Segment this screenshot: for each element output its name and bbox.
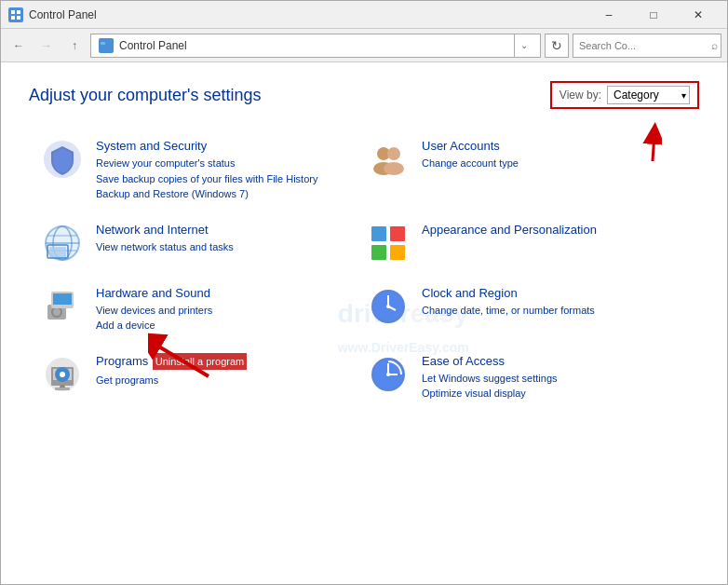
search-box[interactable]: ⌕ bbox=[573, 34, 721, 58]
network-internet-link-1[interactable]: View network status and tasks bbox=[96, 239, 344, 255]
close-button[interactable]: ✕ bbox=[677, 1, 720, 29]
svg-rect-23 bbox=[371, 245, 386, 260]
programs-content: Programs Uninstall a program Get program… bbox=[96, 352, 344, 388]
page-title: Adjust your computer's settings bbox=[29, 86, 262, 105]
category-user-accounts: User Accounts Change account type bbox=[355, 128, 681, 211]
ease-of-access-link-2[interactable]: Optimize visual display bbox=[422, 386, 669, 401]
search-button[interactable]: ⌕ bbox=[711, 39, 718, 52]
svg-point-46 bbox=[386, 373, 390, 376]
system-security-link-3[interactable]: Backup and Restore (Windows 7) bbox=[96, 186, 344, 202]
forward-button[interactable]: → bbox=[34, 34, 59, 58]
programs-icon bbox=[40, 352, 85, 397]
svg-rect-24 bbox=[390, 245, 405, 260]
view-by-dropdown[interactable]: Category Large icons Small icons bbox=[607, 86, 690, 104]
svg-rect-3 bbox=[17, 16, 20, 20]
control-panel-window: Control Panel – □ ✕ ← → ↑ Control Panel … bbox=[0, 0, 728, 585]
svg-rect-29 bbox=[53, 293, 72, 305]
address-text: Control Panel bbox=[119, 39, 508, 52]
svg-rect-39 bbox=[55, 388, 70, 390]
network-internet-content: Network and Internet View network status… bbox=[96, 221, 344, 255]
system-security-content: System and Security Review your computer… bbox=[96, 137, 344, 202]
user-accounts-content: User Accounts Change account type bbox=[422, 137, 669, 171]
clock-region-content: Clock and Region Change date, time, or n… bbox=[422, 284, 669, 319]
svg-point-34 bbox=[386, 305, 390, 308]
category-programs: Programs Uninstall a program Get program… bbox=[29, 343, 355, 411]
svg-point-11 bbox=[387, 147, 400, 160]
clock-region-icon bbox=[366, 284, 411, 329]
appearance-title[interactable]: Appearance and Personalization bbox=[422, 223, 597, 237]
view-by-container: View by: Category Large icons Small icon… bbox=[550, 81, 699, 109]
svg-rect-2 bbox=[11, 16, 15, 20]
svg-rect-22 bbox=[390, 226, 405, 241]
svg-rect-21 bbox=[371, 226, 386, 241]
ease-of-access-link-1[interactable]: Let Windows suggest settings bbox=[422, 371, 669, 387]
window-controls: – □ ✕ bbox=[587, 1, 720, 29]
clock-region-title[interactable]: Clock and Region bbox=[422, 286, 518, 300]
system-security-link-2[interactable]: Save backup copies of your files with Fi… bbox=[96, 171, 344, 187]
ease-of-access-icon bbox=[366, 352, 411, 397]
up-button[interactable]: ↑ bbox=[62, 34, 87, 58]
system-security-link-1[interactable]: Review your computer's status bbox=[96, 156, 344, 171]
category-grid: System and Security Review your computer… bbox=[29, 128, 681, 411]
programs-title[interactable]: Programs bbox=[96, 354, 148, 368]
ease-of-access-content: Ease of Access Let Windows suggest setti… bbox=[422, 352, 669, 401]
hardware-sound-icon bbox=[40, 284, 85, 329]
category-ease-of-access: Ease of Access Let Windows suggest setti… bbox=[355, 343, 681, 411]
appearance-content: Appearance and Personalization bbox=[422, 221, 669, 239]
network-internet-title[interactable]: Network and Internet bbox=[96, 223, 209, 237]
hardware-sound-link-1[interactable]: View devices and printers bbox=[96, 303, 344, 319]
window-icon bbox=[8, 7, 23, 22]
programs-get-link[interactable]: Get programs bbox=[96, 373, 344, 388]
appearance-icon bbox=[366, 221, 411, 265]
hardware-sound-title[interactable]: Hardware and Sound bbox=[96, 286, 210, 300]
category-network-internet: Network and Internet View network status… bbox=[29, 211, 355, 275]
page-header: Adjust your computer's settings View by:… bbox=[29, 81, 699, 109]
svg-point-12 bbox=[384, 162, 404, 175]
category-appearance: Appearance and Personalization bbox=[355, 211, 681, 275]
address-field[interactable]: Control Panel ⌄ bbox=[90, 34, 541, 58]
system-security-title[interactable]: System and Security bbox=[96, 139, 207, 153]
address-folder-icon bbox=[99, 38, 114, 53]
svg-point-41 bbox=[60, 372, 65, 377]
clock-region-link-1[interactable]: Change date, time, or number formats bbox=[422, 303, 669, 319]
refresh-button[interactable]: ↻ bbox=[545, 34, 569, 58]
window-title: Control Panel bbox=[29, 8, 97, 21]
address-bar: ← → ↑ Control Panel ⌄ ↻ ⌕ bbox=[1, 29, 727, 62]
user-accounts-link-1[interactable]: Change account type bbox=[422, 156, 669, 171]
user-accounts-title[interactable]: User Accounts bbox=[422, 139, 500, 153]
system-security-icon bbox=[40, 137, 85, 182]
hardware-sound-link-2[interactable]: Add a device bbox=[96, 318, 344, 333]
view-by-label: View by: bbox=[559, 88, 601, 102]
main-content: drivereasy www.DriverEasy.com Adjust you… bbox=[1, 62, 727, 584]
hardware-sound-content: Hardware and Sound View devices and prin… bbox=[96, 284, 344, 333]
programs-uninstall-link[interactable]: Uninstall a program bbox=[153, 353, 247, 371]
category-system-security: System and Security Review your computer… bbox=[29, 128, 355, 211]
minimize-button[interactable]: – bbox=[587, 1, 630, 29]
title-bar-left: Control Panel bbox=[8, 7, 97, 22]
ease-of-access-title[interactable]: Ease of Access bbox=[422, 354, 505, 368]
category-hardware-sound: Hardware and Sound View devices and prin… bbox=[29, 275, 355, 343]
address-dropdown-button[interactable]: ⌄ bbox=[514, 34, 533, 58]
svg-rect-0 bbox=[11, 10, 15, 14]
network-internet-icon bbox=[40, 221, 85, 265]
view-by-wrapper[interactable]: Category Large icons Small icons bbox=[607, 86, 690, 104]
category-clock-region: Clock and Region Change date, time, or n… bbox=[355, 275, 681, 343]
search-input[interactable] bbox=[579, 40, 708, 51]
svg-rect-5 bbox=[101, 42, 105, 45]
svg-rect-1 bbox=[17, 10, 20, 14]
title-bar: Control Panel – □ ✕ bbox=[1, 1, 727, 29]
user-accounts-icon bbox=[366, 137, 411, 182]
svg-rect-19 bbox=[49, 247, 66, 258]
svg-point-27 bbox=[53, 308, 61, 316]
maximize-button[interactable]: □ bbox=[632, 1, 675, 29]
back-button[interactable]: ← bbox=[7, 34, 31, 58]
